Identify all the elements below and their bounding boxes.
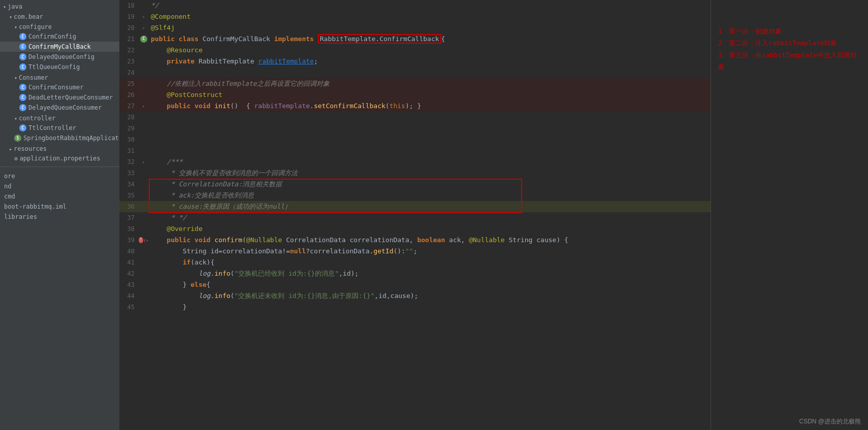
line-content: } else{	[149, 279, 711, 290]
code-line: 35 * ack:交换机是否收到消息	[119, 190, 711, 201]
line-number: 29	[119, 123, 139, 134]
annotation-text: 1、第一步：创建对象 2、第二步：注入rabbitTemplate对象 3、第三…	[718, 5, 861, 73]
line-content: public void confirm(@Nullable Correlatio…	[149, 235, 711, 246]
sidebar-item-nd[interactable]: nd	[0, 181, 119, 191]
line-gutter	[139, 145, 149, 156]
sidebar-label: Consumer	[19, 74, 48, 81]
line-gutter	[139, 168, 149, 179]
file-icon: ⚙	[14, 155, 18, 162]
sidebar-item-Consumer[interactable]: ▾ Consumer	[0, 72, 119, 82]
sidebar-label: ConfirmConsumer	[28, 84, 83, 91]
line-number: 26	[119, 89, 139, 101]
sidebar-label: resources	[14, 145, 47, 152]
sidebar-item-DeadLetterQueueConsumer[interactable]: C DeadLetterQueueConsumer	[0, 92, 119, 103]
class-icon: C	[19, 43, 26, 50]
code-line: 41 if(ack){	[119, 257, 711, 268]
code-line: 45 }	[119, 302, 711, 313]
line-number: 37	[119, 212, 139, 223]
line-gutter	[139, 302, 149, 313]
line-gutter	[139, 134, 149, 145]
sidebar-item-iml[interactable]: boot-rabbitmq.iml	[0, 202, 119, 212]
sidebar-label: DelayedQueueConfig	[28, 53, 94, 60]
code-line: 43 } else{	[119, 279, 711, 290]
line-gutter	[139, 212, 149, 223]
line-content: @Override	[149, 223, 711, 235]
code-line: 31	[119, 145, 711, 156]
line-gutter	[139, 279, 149, 290]
arrow-icon: ▾	[3, 4, 6, 10]
sidebar-item-cmd[interactable]: cmd	[0, 191, 119, 202]
sidebar-item-DelayedQueueConsumer[interactable]: C DelayedQueueConsumer	[0, 103, 119, 113]
line-gutter	[139, 268, 149, 279]
sidebar-item-application-properties[interactable]: ⚙ application.properties	[0, 153, 119, 163]
line-gutter: ▸	[139, 22, 149, 34]
sidebar: ▾ java ▾ com.bear ▾ configure C ConfirmC…	[0, 0, 119, 430]
line-number: 25	[119, 78, 139, 89]
sidebar-item-java[interactable]: ▾ java	[0, 1, 119, 11]
sidebar-item-ConfirmConsumer[interactable]: C ConfirmConsumer	[0, 82, 119, 92]
sidebar-item-TtlController[interactable]: C TtlController	[0, 123, 119, 133]
sidebar-item-resources[interactable]: ▸ resources	[0, 143, 119, 153]
line-gutter	[139, 45, 149, 56]
sidebar-label: cmd	[4, 193, 15, 200]
arrow-icon: ▾	[14, 75, 17, 81]
class-icon: C	[19, 63, 26, 71]
line-gutter	[139, 78, 149, 89]
sidebar-item-TtlQueueConfig[interactable]: C TtlQueueConfig	[0, 62, 119, 72]
line-number: 19	[119, 11, 139, 22]
line-gutter	[139, 190, 149, 201]
code-line: 39 ! ↑ ▸ public void confirm(@Nullable C…	[119, 235, 711, 246]
line-content: @Component	[149, 11, 711, 22]
code-line: 29	[119, 123, 711, 134]
sidebar-item-SpringbootRabbitmqApplication[interactable]: S SpringbootRabbitmqApplication	[0, 133, 119, 143]
sidebar-label: TtlQueueConfig	[28, 63, 80, 71]
code-line: 26 @PostConstruct	[119, 89, 711, 101]
code-area: 18 */ 19 ▸ @Component 20 ▸ @Slf4j 21 C	[119, 0, 711, 313]
class-icon: C	[19, 84, 26, 91]
code-line: 44 log.info("交换机还未收到 id为:{}消息,由于原因:{}",i…	[119, 290, 711, 302]
line-content	[149, 123, 711, 134]
line-gutter	[139, 290, 149, 302]
sidebar-item-configure[interactable]: ▾ configure	[0, 21, 119, 31]
sidebar-item-ore[interactable]: ore	[0, 171, 119, 181]
code-line: 36 * cause:失败原因（成功的话为null）	[119, 201, 711, 212]
sidebar-label: DelayedQueueConsumer	[28, 104, 102, 111]
line-content: @PostConstruct	[149, 89, 711, 101]
sidebar-item-ConfirmConfig[interactable]: C ConfirmConfig	[0, 31, 119, 42]
line-number: 27	[119, 101, 139, 112]
line-content: String id=correlationData!=null?correlat…	[149, 246, 711, 257]
line-number: 24	[119, 67, 139, 78]
line-number: 45	[119, 302, 139, 313]
class-icon: C	[19, 33, 26, 40]
line-content: log.info("交换机还未收到 id为:{}消息,由于原因:{}",id,c…	[149, 290, 711, 302]
line-gutter	[139, 56, 149, 67]
code-line: 27 ▸ public void init() { rabbitTemplate…	[119, 101, 711, 112]
annotation-step1: 1、第一步：创建对象	[718, 25, 861, 37]
line-number: 28	[119, 112, 139, 123]
line-content	[149, 134, 711, 145]
line-number: 41	[119, 257, 139, 268]
line-content: * cause:失败原因（成功的话为null）	[149, 201, 711, 212]
line-gutter: C	[139, 34, 149, 45]
sidebar-item-combear[interactable]: ▾ com.bear	[0, 11, 119, 21]
arrow-icon: ▸	[9, 146, 12, 152]
line-content: if(ack){	[149, 257, 711, 268]
line-content: public void init() { rabbitTemplate.setC…	[149, 101, 711, 112]
line-number: 34	[119, 179, 139, 190]
line-gutter	[139, 67, 149, 78]
sidebar-label: com.bear	[14, 13, 43, 20]
sidebar-item-controller[interactable]: ▾ controller	[0, 113, 119, 123]
line-gutter: ▸	[139, 156, 149, 168]
line-number: 23	[119, 56, 139, 67]
sidebar-item-ConfirmMyCallBack[interactable]: C ConfirmMyCallBack	[0, 42, 119, 52]
sidebar-item-DelayedQueueConfig[interactable]: C DelayedQueueConfig	[0, 52, 119, 62]
watermark: CSDN @进击的北极熊	[799, 417, 861, 426]
code-editor[interactable]: 18 */ 19 ▸ @Component 20 ▸ @Slf4j 21 C	[119, 0, 711, 430]
class-icon: C	[19, 104, 26, 111]
arrow-icon: ▾	[14, 116, 17, 121]
code-line: 18 */	[119, 0, 711, 11]
sidebar-item-libraries[interactable]: libraries	[0, 212, 119, 222]
line-content: * ack:交换机是否收到消息	[149, 190, 711, 201]
code-line: 32 ▸ /***	[119, 156, 711, 168]
sidebar-label: DeadLetterQueueConsumer	[28, 94, 113, 101]
